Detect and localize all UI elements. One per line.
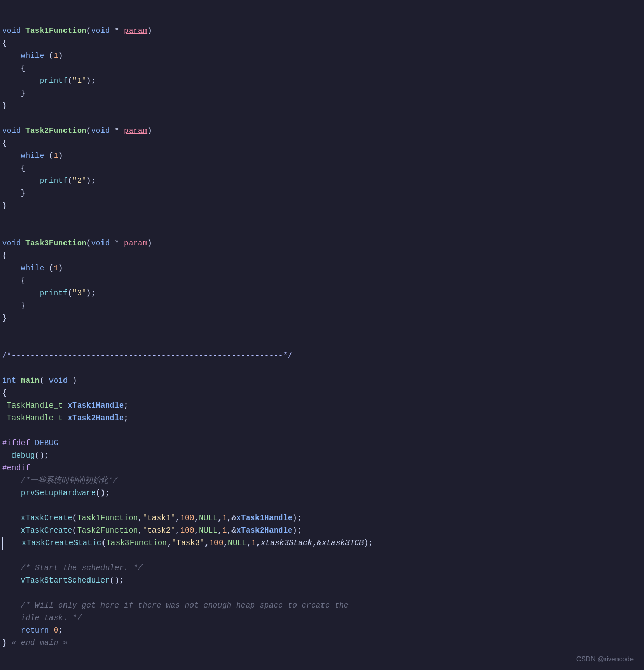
arg-null-1: NULL bbox=[199, 514, 217, 523]
function-name-main: main bbox=[21, 376, 40, 385]
number-1-2: 1 bbox=[54, 151, 58, 160]
comment-chinese: /*一些系统时钟的初始化*/ bbox=[21, 476, 118, 485]
number-prio-3: 1 bbox=[251, 539, 256, 548]
call-xtaskcreate-2: xTaskCreate bbox=[21, 526, 72, 535]
macro-endif: #endif bbox=[2, 464, 30, 473]
code-editor: void Task1Function(void * param) { while… bbox=[2, 8, 640, 654]
arg-task2func: Task2Function bbox=[77, 526, 138, 535]
keyword-void-main: void bbox=[49, 376, 68, 385]
keyword-return: return bbox=[21, 626, 49, 635]
keyword-void-param3: void bbox=[91, 239, 110, 248]
arg-tcb: xtask3TCB bbox=[321, 539, 364, 548]
call-xtaskcreatestatic: xTaskCreateStatic bbox=[22, 539, 101, 548]
comment-end-main: « end main » bbox=[11, 639, 68, 648]
call-debug: debug bbox=[11, 451, 35, 460]
macro-debug: DEBUG bbox=[35, 439, 58, 448]
separator-comment: /*--------------------------------------… bbox=[2, 351, 292, 360]
keyword-void-1: void bbox=[2, 27, 21, 35]
var-task1handle: xTask1Handle bbox=[68, 401, 124, 410]
arg-stack: xtask3Stack bbox=[261, 539, 312, 548]
keyword-while-1: while bbox=[21, 52, 44, 60]
call-printf-3: printf bbox=[40, 289, 68, 298]
string-1: "1" bbox=[72, 77, 86, 85]
number-0: 0 bbox=[54, 626, 58, 635]
var-task2handle: xTask2Handle bbox=[68, 414, 124, 423]
number-prio-1: 1 bbox=[222, 514, 227, 523]
string-task1: "task1" bbox=[143, 514, 175, 523]
keyword-while-3: while bbox=[21, 264, 44, 273]
param-name-3: param bbox=[124, 239, 147, 248]
arg-task1handle: xTask1Handle bbox=[236, 514, 292, 523]
number-100-2: 100 bbox=[180, 526, 194, 535]
call-xtaskcreate-1: xTaskCreate bbox=[21, 514, 72, 523]
keyword-int: int bbox=[2, 376, 16, 385]
comment-start-scheduler: /* Start the scheduler. */ bbox=[21, 564, 143, 573]
type-taskhandle-2: TaskHandle_t bbox=[2, 414, 63, 423]
param-name-2: param bbox=[124, 127, 147, 135]
comment-heap: /* Will only get here if there was not e… bbox=[2, 601, 349, 623]
number-100-3: 100 bbox=[209, 539, 223, 548]
arg-task2handle: xTask2Handle bbox=[236, 526, 292, 535]
keyword-void-param2: void bbox=[91, 127, 110, 135]
arg-task3func: Task3Function bbox=[106, 539, 167, 548]
call-printf-2: printf bbox=[40, 176, 68, 185]
string-task2: "task2" bbox=[143, 526, 175, 535]
function-name-task1: Task1Function bbox=[25, 27, 86, 35]
function-name-task2: Task2Function bbox=[25, 127, 86, 135]
arg-task1func: Task1Function bbox=[77, 514, 138, 523]
number-1-1: 1 bbox=[54, 52, 58, 60]
string-3: "3" bbox=[72, 289, 86, 298]
keyword-void-param1: void bbox=[91, 27, 110, 35]
watermark: CSDN @rivencode bbox=[576, 654, 634, 665]
string-task3: "Task3" bbox=[172, 539, 204, 548]
keyword-void-3: void bbox=[2, 239, 21, 248]
string-2: "2" bbox=[72, 176, 86, 185]
number-100-1: 100 bbox=[180, 514, 194, 523]
keyword-void-2: void bbox=[2, 127, 21, 135]
call-prvsetuphardware: prvSetupHardware bbox=[21, 489, 96, 498]
number-prio-2: 1 bbox=[222, 526, 227, 535]
call-vtaskstartscheduler: vTaskStartScheduler bbox=[21, 576, 110, 585]
keyword-while-2: while bbox=[21, 151, 44, 160]
function-name-task3: Task3Function bbox=[25, 239, 86, 248]
arg-null-2: NULL bbox=[199, 526, 217, 535]
type-taskhandle-1: TaskHandle_t bbox=[2, 401, 63, 410]
number-1-3: 1 bbox=[54, 264, 58, 273]
param-name-1: param bbox=[124, 27, 147, 35]
macro-ifdef: #ifdef bbox=[2, 439, 30, 448]
arg-null-3: NULL bbox=[228, 539, 247, 548]
call-printf-1: printf bbox=[40, 77, 68, 85]
